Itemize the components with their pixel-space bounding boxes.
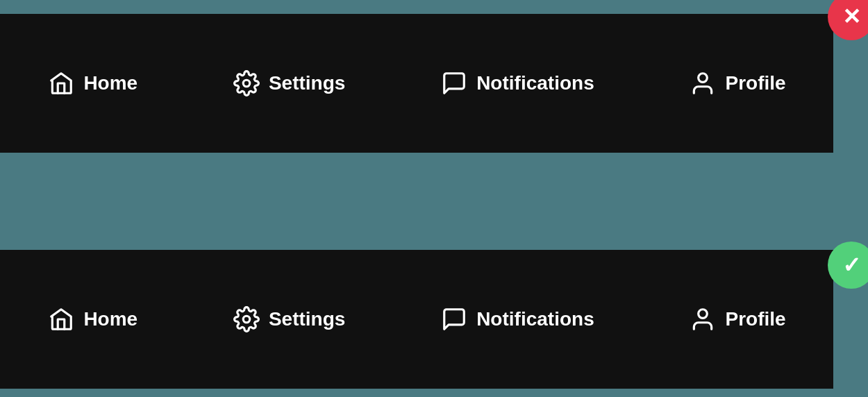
nav-label-home-top: Home [83, 72, 137, 94]
nav-label-profile-top: Profile [725, 72, 785, 94]
nav-label-notifications-bottom: Notifications [476, 308, 594, 330]
nav-item-settings-bottom[interactable]: Settings [233, 305, 345, 333]
nav-item-settings-top[interactable]: Settings [233, 69, 345, 97]
navbar-bottom: Home Settings Notifications Profile [0, 250, 833, 389]
close-icon: ✕ [842, 6, 861, 28]
navbar-top: Home Settings Notifications Profile [0, 14, 833, 153]
svg-point-3 [699, 310, 708, 319]
nav-item-notifications-bottom[interactable]: Notifications [440, 305, 594, 333]
nav-label-home-bottom: Home [83, 308, 137, 330]
profile-icon-bottom [689, 305, 717, 333]
svg-point-1 [699, 74, 708, 83]
check-icon: ✓ [842, 254, 861, 276]
badge-error[interactable]: ✕ [828, 0, 868, 40]
svg-point-2 [243, 316, 250, 323]
notifications-icon [440, 69, 468, 97]
nav-label-settings-bottom: Settings [269, 308, 345, 330]
svg-point-0 [243, 80, 250, 87]
settings-icon [233, 69, 260, 97]
nav-label-notifications-top: Notifications [476, 72, 594, 94]
nav-item-profile-bottom[interactable]: Profile [689, 305, 785, 333]
nav-label-settings-top: Settings [269, 72, 345, 94]
nav-item-profile-top[interactable]: Profile [689, 69, 785, 97]
profile-icon [689, 69, 717, 97]
home-icon-bottom [47, 305, 75, 333]
nav-item-home-bottom[interactable]: Home [47, 305, 137, 333]
notifications-icon-bottom [440, 305, 468, 333]
nav-item-notifications-top[interactable]: Notifications [440, 69, 594, 97]
nav-item-home-top[interactable]: Home [47, 69, 137, 97]
settings-icon-bottom [233, 305, 260, 333]
badge-success[interactable]: ✓ [828, 242, 868, 289]
nav-label-profile-bottom: Profile [725, 308, 785, 330]
home-icon [47, 69, 75, 97]
